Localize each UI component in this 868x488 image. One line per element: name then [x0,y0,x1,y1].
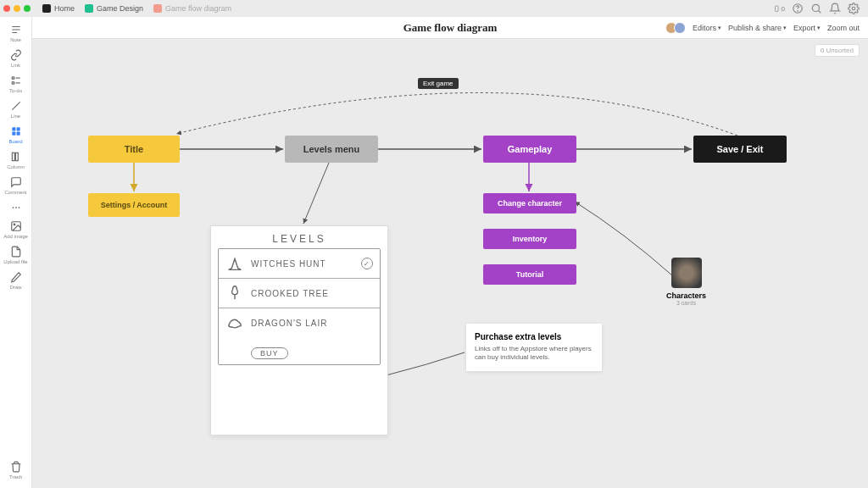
tab-home[interactable]: Home [37,0,80,17]
close-window-icon[interactable] [3,5,10,12]
characters-count: 3 cards [666,300,706,306]
column-tool[interactable]: Column [2,147,31,173]
node-levels-menu[interactable]: Levels menu [285,136,378,163]
publish-dropdown[interactable]: Publish & share▾ [728,24,787,32]
purchase-note[interactable]: Purchase extra levels Links off to the A… [466,324,602,371]
tab-bar: Home Game Design Game flow diagram 0 [0,0,868,17]
window-controls[interactable] [3,5,31,12]
levels-sketch[interactable]: LEVELS WITCHES HUNT ✓ CROOKED TREE [210,225,388,435]
svg-point-15 [18,207,19,208]
svg-rect-11 [12,152,14,160]
svg-rect-0 [775,6,778,11]
board-canvas[interactable]: 0 Unsorted Exit [32,39,868,488]
svg-rect-9 [12,132,15,136]
export-dropdown[interactable]: Export▾ [793,24,821,32]
tab-game-design[interactable]: Game Design [80,0,148,17]
settings-icon[interactable] [848,3,860,14]
tab-diagram[interactable]: Game flow diagram [148,0,236,17]
node-tutorial[interactable]: Tutorial [483,264,576,285]
tab-diagram-label: Game flow diagram [165,4,231,13]
node-inventory[interactable]: Inventory [483,229,576,249]
svg-rect-6 [12,82,14,84]
board-tool[interactable]: Board [2,122,31,147]
node-title[interactable]: Title [88,136,180,163]
witch-hat-icon [225,254,244,273]
add-image-tool[interactable]: Add image [2,217,31,242]
device-icon[interactable]: 0 [773,3,785,14]
svg-rect-5 [12,77,14,79]
node-gameplay[interactable]: Gameplay [483,136,576,163]
node-save-exit[interactable]: Save / Exit [693,136,787,163]
node-change-character[interactable]: Change character [483,193,576,214]
draw-tool[interactable]: Draw [2,268,31,293]
svg-rect-10 [16,132,19,136]
tab-design-label: Game Design [97,4,143,13]
note-tool[interactable]: Note [2,20,31,46]
minimize-window-icon[interactable] [14,5,20,12]
todo-tool[interactable]: To-do [2,71,31,97]
sketch-title: LEVELS [218,233,381,245]
line-tool[interactable]: Line [2,97,31,122]
unsorted-pill[interactable]: 0 Unsorted [815,44,860,57]
svg-point-17 [14,224,15,225]
connectors [32,39,868,488]
buy-button[interactable]: BUY [251,347,288,359]
exit-game-label[interactable]: Exit game [418,78,459,89]
zoom-out-button[interactable]: Zoom out [827,24,860,32]
characters-title: Characters [666,291,706,300]
editors-dropdown[interactable]: Editors▾ [693,24,721,32]
dragon-icon [225,313,244,332]
svg-rect-8 [16,127,19,130]
note-title: Purchase extra levels [475,332,593,341]
check-icon: ✓ [361,258,373,269]
notifications-icon[interactable] [829,3,841,14]
collaborator-avatars[interactable] [669,22,686,34]
svg-point-14 [15,207,17,208]
sketch-row-witches: WITCHES HUNT ✓ [219,249,380,279]
svg-point-3 [812,4,819,11]
svg-point-13 [12,207,14,208]
tree-icon [225,284,244,302]
svg-rect-12 [15,152,18,160]
svg-point-4 [852,7,855,10]
sketch-row-tree: CROOKED TREE [219,279,380,308]
tool-sidebar: Note Link To-do Line Board Column Commen… [0,17,32,488]
comment-tool[interactable]: Comment [2,173,31,198]
node-settings[interactable]: Settings / Account [88,193,180,217]
tab-home-label: Home [54,4,75,13]
more-tool[interactable] [2,198,31,217]
svg-rect-7 [12,127,15,130]
characters-card[interactable]: Characters 3 cards [666,258,706,306]
topbar-actions: 0 [773,3,865,14]
trash-tool[interactable]: Trash [2,458,31,483]
note-body: Links off to the Appstore where players … [475,345,593,363]
document-title: Game flow diagram [403,21,497,35]
svg-line-23 [303,163,329,224]
character-thumbnail [671,258,702,288]
document-header: Game flow diagram Editors▾ Publish & sha… [32,17,868,39]
svg-point-2 [798,11,798,12]
maximize-window-icon[interactable] [24,5,31,12]
upload-file-tool[interactable]: Upload file [2,242,31,268]
sketch-row-dragon: DRAGON'S LAIR BUY [219,308,380,364]
link-tool[interactable]: Link [2,46,31,71]
help-icon[interactable] [792,3,804,14]
search-icon[interactable] [810,3,822,14]
